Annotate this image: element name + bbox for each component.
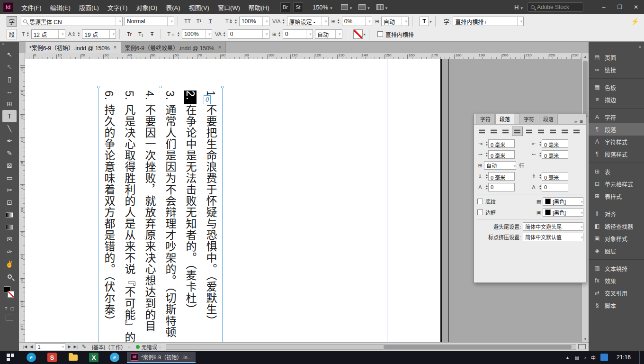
excel-icon[interactable]: X	[83, 351, 104, 364]
dock-item-links[interactable]: ∞链接	[589, 64, 644, 76]
leading-stepper[interactable]	[77, 31, 80, 37]
last-page-button[interactable]: ▶|	[72, 345, 79, 349]
dock-item-cell-styles[interactable]: ⊟单元格样式	[589, 178, 644, 190]
tab-close-icon[interactable]: ×	[114, 44, 117, 51]
dropcap-lines-field[interactable]: A 0	[476, 183, 530, 191]
active-task-button[interactable]: Id *案例6-9（初始）.in...	[127, 352, 196, 363]
scroll-up-icon[interactable]: ▲	[582, 53, 589, 60]
dropcap-chars-input[interactable]: 0	[542, 183, 568, 191]
menubar-item-1[interactable]: 文件(F)	[17, 0, 46, 14]
tray-icon-1[interactable]: ▲	[565, 355, 570, 360]
scroll-down-icon[interactable]: ▼	[582, 336, 589, 342]
bridge-button[interactable]: Br	[280, 2, 290, 12]
strikethrough-button[interactable]: Ŧ	[147, 29, 157, 39]
screenshot-app-icon[interactable]	[600, 354, 608, 361]
tray-icon-4[interactable]: 中	[591, 354, 596, 361]
align-button-6[interactable]	[536, 127, 546, 136]
menubar-item-9[interactable]: 帮助(H)	[244, 0, 274, 14]
align-button-5[interactable]	[524, 127, 535, 136]
note-tool[interactable]: ✉	[2, 233, 17, 246]
left-indent-field[interactable]: ⇥ 0 毫米	[476, 139, 530, 148]
dropcap-chars-field[interactable]: A 0	[530, 183, 583, 191]
align-button-2[interactable]	[488, 127, 499, 136]
document-tab-1[interactable]: *案例6-9（初始）.indd @ 150%×	[26, 42, 121, 53]
panel-collapse-icon[interactable]: »	[0, 42, 19, 48]
vertical-scrollbar-thumb[interactable]	[583, 61, 588, 118]
previous-page-button[interactable]: ◀	[28, 345, 34, 349]
panel-tab-2[interactable]: 段落	[495, 113, 514, 124]
next-page-button[interactable]: ▶	[66, 345, 72, 349]
dock-item-stroke[interactable]: ≡描边	[589, 93, 644, 106]
tatechuyoko-checkbox[interactable]	[377, 31, 383, 37]
browser-icon[interactable]: e	[21, 351, 42, 364]
dock-collapse-icon[interactable]: «	[638, 44, 641, 49]
dock-item-layers[interactable]: ◈图层	[589, 245, 644, 257]
dock-item-scripts[interactable]: §脚本	[589, 299, 644, 311]
paragraph-1[interactable]: 1.不要把生命浪费于怀疑与恐惧中。（爱默生）	[200, 91, 221, 342]
scissors-tool[interactable]: ✂	[2, 184, 17, 196]
panel-tab-4[interactable]: 段落	[539, 113, 558, 124]
align-button-1[interactable]	[476, 127, 487, 136]
split-view-icon[interactable]	[578, 344, 586, 349]
menubar-item-4[interactable]: 文字(T)	[103, 0, 132, 14]
all-caps-button[interactable]: TT	[182, 17, 193, 26]
dock-item-object-styles[interactable]: ▣对象样式	[589, 232, 644, 245]
first-line-indent-input[interactable]: 0 毫米	[488, 150, 515, 159]
align-button-3[interactable]	[500, 127, 511, 136]
free-transform-tool[interactable]: ⊡	[2, 196, 17, 209]
jidori-select[interactable]: 自动	[381, 17, 409, 26]
formatting-affects-container-icon[interactable]: ▢	[10, 306, 14, 311]
document-tab-2[interactable]: 案例6-9（最终效果）.indd @ 150%×	[121, 42, 226, 53]
page-number-select[interactable]: 1	[35, 343, 65, 350]
zoom-level-select[interactable]: 150%	[311, 3, 334, 12]
paragraph-3[interactable]: 3.通常人们是因为不会辩理才吵架的。（切斯特顿	[160, 91, 180, 342]
shading-color-select[interactable]: [黑色]	[543, 197, 583, 206]
last-line-indent-input[interactable]: 0 毫米	[542, 150, 568, 159]
workspace-switcher[interactable]: H	[514, 4, 523, 11]
align-button-4[interactable]	[512, 127, 523, 136]
align-button-7[interactable]	[547, 127, 558, 136]
ie-icon[interactable]: e	[104, 351, 125, 364]
dock-item-character[interactable]: A字符	[589, 111, 644, 123]
menubar-item-7[interactable]: 视图(V)	[185, 0, 214, 14]
proportional-spacing-select[interactable]: 0%	[342, 17, 372, 26]
tracking-stepper[interactable]	[223, 31, 226, 37]
document-canvas[interactable]: 1.不要把生命浪费于怀疑与恐惧中。（爱默生）2.在争论中是无法击败无知者的。（麦…	[19, 53, 589, 342]
leading-select[interactable]: 19 点	[82, 29, 116, 39]
formatting-affects-text-icon[interactable]: T	[5, 306, 8, 311]
space-before-input[interactable]: 0 毫米	[488, 172, 515, 181]
dock-item-table-styles[interactable]: ⊞表样式	[589, 190, 644, 202]
paragraph-6[interactable]: 6.持久的争论意味着双方都是错的。（伏尔泰）	[98, 91, 119, 342]
dropcap-lines-input[interactable]: 0	[488, 183, 515, 191]
dock-item-align[interactable]: ‖对齐	[589, 208, 644, 220]
content-collector-tool[interactable]: ⊞	[2, 98, 17, 110]
first-line-indent-field[interactable]: ⇀ 0 毫米	[476, 150, 530, 159]
stroke-color-swatch[interactable]	[8, 291, 14, 298]
preflight-profile-select[interactable]: [基本]（工作）	[92, 343, 130, 351]
frame-handle[interactable]	[221, 86, 224, 88]
space-after-input[interactable]: 0 毫米	[542, 172, 568, 181]
close-button[interactable]: ✕	[628, 0, 644, 14]
dock-item-cross-references[interactable]: ⇄交叉引用	[589, 287, 644, 299]
font-family-select[interactable]: 思源黑体 CN	[21, 17, 123, 26]
small-caps-button[interactable]: Tr	[124, 29, 134, 39]
menubar-item-8[interactable]: 窗口(W)	[214, 0, 244, 14]
tab-close-icon[interactable]: ×	[218, 44, 222, 51]
gradient-feather-tool[interactable]	[2, 221, 17, 233]
frame-handle[interactable]	[97, 86, 99, 88]
vertical-scale-stepper[interactable]	[234, 18, 237, 24]
rectangle-tool[interactable]: ▭	[2, 172, 17, 184]
clock[interactable]: 21:16	[617, 354, 631, 361]
page[interactable]	[25, 59, 442, 342]
left-indent-input[interactable]: 0 毫米	[488, 139, 515, 148]
last-line-indent-field[interactable]: ↼ 0 毫米	[530, 150, 583, 159]
tatechuyoko-select[interactable]: 直排内横排+	[453, 17, 524, 26]
paragraph-panel-header[interactable]: 字符段落字符段落 » ≡	[474, 114, 586, 125]
dock-item-text-wrap[interactable]: ▥文本绕排	[589, 262, 644, 274]
horizontal-scale-stepper[interactable]	[177, 31, 180, 37]
horizontal-ruler[interactable]: 0102030405060708090100110120130140150160…	[25, 53, 581, 59]
space-after-field[interactable]: ⇑ 0 毫米	[530, 172, 583, 181]
file-explorer-icon[interactable]	[63, 351, 83, 364]
pencil-tool[interactable]: ✎	[2, 147, 17, 159]
kerning-stepper[interactable]	[282, 18, 285, 24]
